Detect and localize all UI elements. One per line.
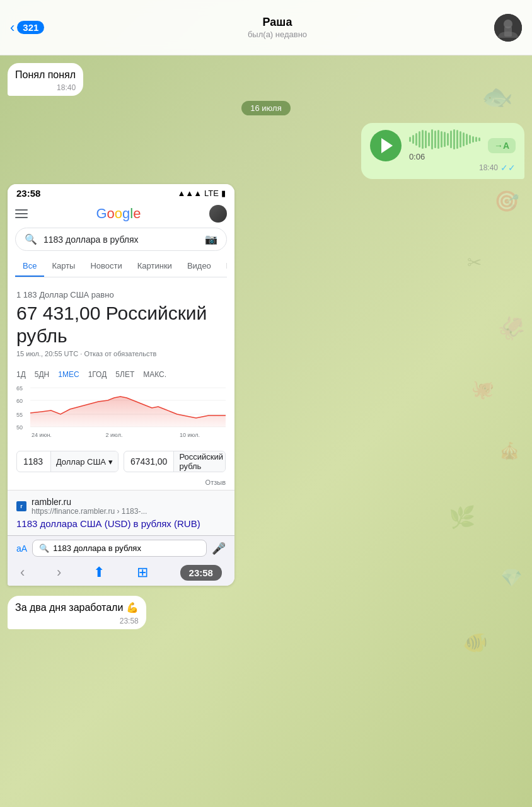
play-icon: [381, 138, 393, 153]
rambler-title: 1183 доллара США (USD) в рублях (RUB): [16, 518, 226, 529]
rambler-favicon: r: [16, 501, 26, 511]
rambler-header: r rambler.ru https://finance.rambler.ru …: [16, 497, 226, 516]
last-message-meta: 23:58: [15, 617, 139, 625]
from-currency-select[interactable]: Доллар США ▾: [50, 451, 118, 472]
voice-duration: 0:06: [409, 152, 480, 161]
from-amount-input[interactable]: 1183: [17, 451, 50, 472]
browser-search-icon: 🔍: [39, 543, 49, 553]
message-time: 18:40: [57, 83, 76, 92]
battery-icon: ▮: [221, 189, 226, 198]
screenshot-message-row: 23:58 ▲▲▲ LTE ▮: [8, 184, 524, 586]
rambler-search-result[interactable]: r rambler.ru https://finance.rambler.ru …: [8, 490, 234, 535]
chart-svg: 65 60 55 50: [16, 384, 226, 441]
font-size-button[interactable]: аА: [16, 543, 27, 554]
hamburger-menu[interactable]: [15, 209, 28, 218]
period-1m[interactable]: 1МЕС: [58, 370, 79, 379]
tab-news[interactable]: Новости: [83, 256, 129, 277]
nav-bar-time: 23:58: [180, 565, 222, 581]
signal-icon: ▲▲▲: [178, 189, 202, 198]
tab-video[interactable]: Видео: [180, 256, 219, 277]
search-icon: 🔍: [25, 233, 37, 245]
tab-shopping[interactable]: Покупки: [219, 256, 227, 277]
period-5y[interactable]: 5ЛЕТ: [115, 370, 134, 379]
network-type: LTE: [204, 189, 219, 198]
last-message-bubble: За два дня заработали 💪 23:58: [8, 596, 146, 629]
screenshot-bubble[interactable]: 23:58 ▲▲▲ LTE ▮: [8, 184, 234, 586]
voice-message-row: 0:06 →A 18:40 ✓✓: [8, 123, 524, 179]
message-row: Понял понял 18:40: [8, 63, 524, 96]
share-button[interactable]: ⬆: [93, 564, 105, 581]
voice-time: 18:40: [479, 163, 498, 172]
svg-text:55: 55: [16, 412, 23, 418]
read-receipts: ✓✓: [500, 163, 516, 173]
back-nav-button[interactable]: ‹: [20, 564, 25, 581]
svg-text:24 июн.: 24 июн.: [32, 432, 52, 438]
last-message-time: 23:58: [120, 617, 139, 625]
tab-maps[interactable]: Карты: [44, 256, 83, 277]
chat-header: ‹ 321 Раша был(а) недавно: [0, 0, 532, 55]
browser-navigation: ‹ › ⬆ ⊞ 23:58: [8, 560, 234, 586]
tabs-button[interactable]: ⊞: [137, 564, 148, 581]
svg-rect-2: [504, 26, 512, 37]
phone-statusbar: 23:58 ▲▲▲ LTE ▮: [8, 184, 234, 200]
converter-result: 1 183 Доллар США равно 67 431,00 Российс…: [8, 282, 234, 365]
converter-amount: 67 431,00 Российский рубль: [16, 302, 226, 347]
rambler-url: https://finance.rambler.ru › 1183-...: [32, 507, 147, 516]
tab-all[interactable]: Все: [15, 256, 44, 277]
voice-content: 0:06 →A: [370, 129, 516, 161]
voice-translate-button[interactable]: →A: [488, 138, 516, 153]
converter-inputs: 1183 Доллар США ▾ 67431,00 Российский ру…: [8, 446, 234, 477]
rambler-site-name: rambler.ru: [32, 497, 147, 507]
currency-chart: 1Д 5ДН 1МЕС 1ГОД 5ЛЕТ МАКС. 65 60: [8, 365, 234, 446]
from-currency-group: 1183 Доллар США ▾: [16, 451, 119, 472]
microphone-button[interactable]: 🎤: [212, 542, 226, 555]
search-bar[interactable]: 🔍 1183 доллара в рублях 📷: [15, 228, 227, 251]
nav-time-container: 23:58: [180, 565, 222, 581]
play-button[interactable]: [370, 130, 402, 161]
converter-from-label: 1 183 Доллар США равно: [16, 290, 226, 299]
forward-nav-button[interactable]: ›: [57, 564, 61, 581]
phone-mockup: 23:58 ▲▲▲ LTE ▮: [8, 184, 234, 586]
period-5d[interactable]: 5ДН: [35, 370, 49, 379]
header-center[interactable]: Раша был(а) недавно: [61, 16, 494, 39]
status-icons: ▲▲▲ LTE ▮: [178, 189, 226, 198]
converter-date: 15 июл., 20:55 UTC · Отказ от обязательс…: [16, 350, 226, 357]
voice-bubble: 0:06 →A 18:40 ✓✓: [361, 123, 524, 179]
from-currency-label: Доллар США: [56, 457, 106, 467]
google-search-area: Google 🔍 1183 доллара в рублях 📷 Все Кар…: [8, 200, 234, 282]
contact-avatar[interactable]: [494, 14, 522, 42]
svg-text:50: 50: [16, 424, 23, 431]
message-meta: 18:40: [15, 83, 76, 92]
search-tabs: Все Карты Новости Картинки Видео Покупки: [15, 256, 227, 277]
svg-text:2 июл.: 2 июл.: [106, 432, 123, 438]
svg-text:60: 60: [16, 398, 23, 404]
to-currency-select[interactable]: Российский рубль ▾: [173, 451, 226, 472]
contact-status: был(а) недавно: [61, 30, 494, 39]
back-button[interactable]: ‹ 321: [10, 21, 61, 35]
chat-area: Понял понял 18:40 16 июля: [0, 55, 532, 807]
svg-text:10 июл.: 10 июл.: [180, 432, 200, 438]
to-amount-input[interactable]: 67431,00: [124, 451, 173, 472]
chart-period-selector: 1Д 5ДН 1МЕС 1ГОД 5ЛЕТ МАКС.: [16, 370, 226, 379]
period-max[interactable]: МАКС.: [143, 370, 166, 379]
camera-search-icon[interactable]: 📷: [205, 233, 217, 245]
browser-address-bar[interactable]: 🔍 1183 доллара в рублях: [32, 540, 207, 557]
period-1y[interactable]: 1ГОД: [88, 370, 107, 379]
google-account-avatar[interactable]: [209, 205, 227, 223]
back-count-badge: 321: [17, 21, 44, 34]
browser-toolbar: аА 🔍 1183 доллара в рублях 🎤: [8, 535, 234, 560]
to-currency-group: 67431,00 Российский рубль ▾: [124, 451, 226, 472]
period-1d[interactable]: 1Д: [16, 370, 26, 379]
waveform-bars: [409, 129, 480, 149]
google-header: Google: [15, 205, 227, 223]
contact-name: Раша: [61, 16, 494, 29]
voice-message-meta: 18:40 ✓✓: [370, 163, 516, 173]
date-label: 16 июля: [241, 101, 290, 115]
status-bar-time: 23:58: [16, 188, 40, 199]
voice-waveform: 0:06: [409, 129, 480, 161]
last-message-text: За два дня заработали 💪: [15, 602, 139, 613]
incoming-bubble: Понял понял 18:40: [8, 63, 83, 96]
disclaimer: Отзыв: [8, 477, 234, 490]
google-logo: Google: [96, 206, 141, 222]
tab-images[interactable]: Картинки: [130, 256, 180, 277]
